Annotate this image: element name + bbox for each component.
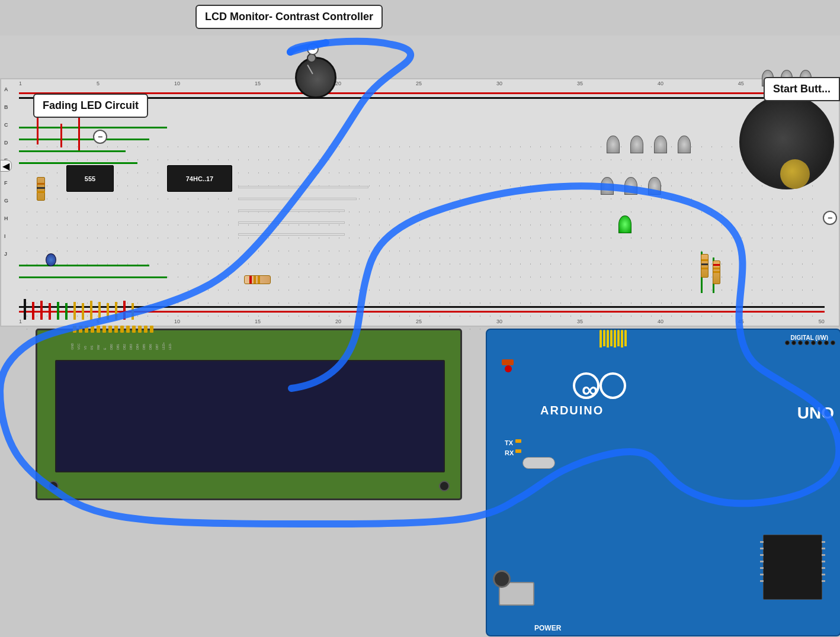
col-bot-15: 15 bbox=[255, 318, 261, 324]
row-label-g: G bbox=[4, 198, 8, 204]
green-wire-3 bbox=[19, 150, 126, 152]
ic-555-label: 555 bbox=[85, 175, 95, 182]
led-3 bbox=[654, 136, 667, 153]
arduino-model: UNO bbox=[797, 404, 834, 423]
lcd-pin-2 bbox=[79, 326, 82, 333]
power-bus-black-bottom bbox=[19, 306, 825, 308]
circuit-canvas: A B C D E F G H I J 1 5 10 15 20 25 30 3… bbox=[0, 0, 840, 637]
power-indicator bbox=[502, 359, 514, 365]
pin-label-vo: V0 bbox=[84, 342, 87, 350]
green-wire-2 bbox=[19, 139, 149, 140]
resistor-bottom-center bbox=[244, 275, 271, 284]
start-button-disc[interactable] bbox=[739, 95, 834, 189]
tx-led bbox=[515, 439, 521, 443]
lcd-monitor-label: LCD Monitor- Contrast Controller bbox=[195, 5, 383, 29]
col-bot-50: 50 bbox=[819, 318, 825, 324]
col-bot-30: 30 bbox=[496, 318, 502, 324]
lcd-screen bbox=[55, 360, 445, 472]
power-bus-red-bottom bbox=[19, 311, 825, 313]
green-wire-bot-2 bbox=[19, 265, 149, 266]
top-bar bbox=[0, 36, 840, 80]
pin-label-db6: DB6 bbox=[149, 342, 152, 350]
minus-indicator-1: − bbox=[93, 130, 107, 144]
lcd-pin-13 bbox=[144, 326, 148, 333]
pin-label-gnd: GND bbox=[70, 342, 74, 350]
lcd-pin-12 bbox=[138, 326, 142, 333]
white-wire-4 bbox=[238, 221, 345, 224]
lcd-pin-11 bbox=[132, 326, 136, 333]
row-label-f: F bbox=[4, 180, 8, 186]
start-button-center[interactable] bbox=[780, 159, 810, 189]
lcd-pin-7 bbox=[108, 326, 112, 333]
row-label-i: I bbox=[4, 233, 8, 239]
power-led bbox=[505, 365, 512, 372]
lcd-pin-1 bbox=[73, 326, 76, 333]
reset-button[interactable] bbox=[522, 457, 555, 469]
rx-led bbox=[515, 449, 521, 453]
col-20: 20 bbox=[335, 81, 341, 86]
pin-label-db4: DB4 bbox=[136, 342, 139, 350]
breadboard-area: A B C D E F G H I J 1 5 10 15 20 25 30 3… bbox=[0, 36, 840, 320]
pin-label-e: E bbox=[103, 342, 107, 350]
red-wire-v2 bbox=[60, 124, 62, 147]
col-bot-25: 25 bbox=[416, 318, 422, 324]
led-5 bbox=[601, 177, 614, 195]
pin-label-db1: DB1 bbox=[116, 342, 120, 350]
mount-hole-left bbox=[48, 481, 59, 491]
white-wire-3 bbox=[238, 210, 345, 212]
arduino-board: ∞ ARDUINO UNO TX RX DIGITAL (I/W) bbox=[486, 329, 840, 636]
white-wire-5 bbox=[238, 233, 345, 236]
col-35: 35 bbox=[577, 81, 583, 86]
green-wire-bot-1 bbox=[19, 276, 167, 278]
lcd-pin-5 bbox=[97, 326, 100, 333]
green-wire-1 bbox=[19, 127, 167, 128]
lcd-pin-14 bbox=[150, 326, 153, 333]
col-bot-20: 20 bbox=[335, 318, 341, 324]
mount-hole-right bbox=[439, 481, 450, 491]
col-30: 30 bbox=[496, 81, 502, 86]
pin-label-rw: RW bbox=[97, 342, 100, 350]
row-label-h: H bbox=[4, 215, 8, 221]
col-numbers-top: 1 5 10 15 20 25 30 35 40 45 50 bbox=[19, 81, 825, 86]
lcd-pin-labels: GND VCC V0 RS RW E DB0 DB1 DB2 DB3 DB4 D… bbox=[70, 342, 172, 350]
col-numbers-bottom: 1 5 10 15 20 25 30 35 40 45 50 bbox=[19, 318, 825, 324]
col-45: 45 bbox=[738, 81, 744, 86]
arduino-logo-circle-right bbox=[599, 372, 626, 399]
pin-label-rs: RS bbox=[90, 342, 94, 350]
pin-label-vcc: VCC bbox=[77, 342, 81, 350]
row-label-a: A bbox=[4, 86, 8, 92]
power-label: POWER bbox=[534, 624, 561, 632]
digital-pins bbox=[785, 340, 835, 345]
lcd-pin-10 bbox=[126, 326, 130, 333]
fading-led-label: Fading LED Circuit bbox=[33, 94, 148, 118]
col-bot-35: 35 bbox=[577, 318, 583, 324]
led-green-lit bbox=[618, 215, 631, 233]
col-15: 15 bbox=[255, 81, 261, 86]
col-bot-40: 40 bbox=[658, 318, 663, 324]
ic-74hc-label: 74HC..17 bbox=[186, 175, 213, 182]
row-labels: A B C D E F G H I J bbox=[4, 86, 8, 257]
main-ic-arduino bbox=[763, 535, 822, 600]
lcd-pin-3 bbox=[85, 326, 88, 333]
resistor-band-3 bbox=[37, 191, 45, 193]
col-5: 5 bbox=[97, 81, 100, 86]
col-bot-10: 10 bbox=[174, 318, 180, 324]
green-wire-4 bbox=[19, 162, 137, 164]
col-bot-45: 45 bbox=[738, 318, 744, 324]
resistor-vertical-1 bbox=[37, 177, 45, 201]
col-10: 10 bbox=[174, 81, 180, 86]
lcd-pin-9 bbox=[120, 326, 124, 333]
row-label-d: D bbox=[4, 140, 8, 146]
resistor-band-2 bbox=[37, 187, 45, 189]
pot-body bbox=[295, 57, 336, 98]
scroll-left-button[interactable]: ◀ bbox=[0, 160, 12, 172]
pin-label-db2: DB2 bbox=[123, 342, 126, 350]
resistor-band-1 bbox=[37, 183, 45, 185]
col-bot-1: 1 bbox=[19, 318, 22, 324]
pin-label-db3: DB3 bbox=[129, 342, 133, 350]
start-button-label: Start Butt... bbox=[764, 77, 840, 101]
arduino-rx-label: RX bbox=[505, 449, 514, 456]
led-1 bbox=[607, 136, 620, 153]
pin-label-led+: LED+ bbox=[162, 342, 165, 350]
fading-led-text: Fading LED Circuit bbox=[43, 99, 139, 111]
